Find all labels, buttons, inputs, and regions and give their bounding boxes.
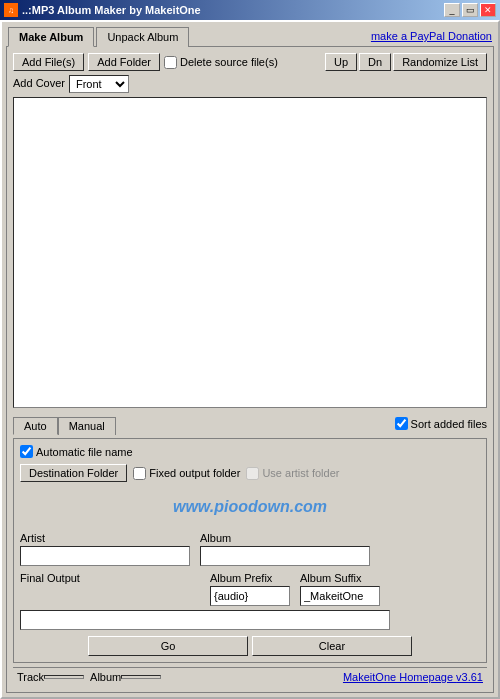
use-artist-label: Use artist folder [246,467,339,480]
final-output-row [20,610,480,630]
go-button[interactable]: Go [88,636,248,656]
auto-filename-label: Automatic file name [36,446,133,458]
up-dn-area: Up Dn Randomize List [325,53,487,71]
final-output-group: Final Output [20,572,200,606]
prefix-label: Album Prefix [210,572,290,584]
album-field-group: Album [200,532,370,566]
dn-button[interactable]: Dn [359,53,391,71]
bottom-tabs-row: Auto Manual Sort added files [13,416,487,434]
add-folder-button[interactable]: Add Folder [88,53,160,71]
title-bar-buttons: _ ▭ ✕ [444,3,496,17]
artist-album-row: Artist Album [20,532,480,566]
album-label: Album [200,532,370,544]
sort-label: Sort added files [411,418,487,430]
title-bar-title: ♫ ..:MP3 Album Maker by MakeitOne [4,3,201,17]
main-window: Make Album Unpack Album make a PayPal Do… [0,20,500,699]
randomize-button[interactable]: Randomize List [393,53,487,71]
delete-source-checkbox[interactable] [164,56,177,69]
track-value [44,675,84,679]
delete-source-label: Delete source file(s) [180,56,278,68]
track-label: Track [17,671,44,683]
panel-area: Automatic file name Destination Folder F… [13,438,487,663]
final-output-input[interactable] [20,610,390,630]
status-right: MakeitOne Homepage v3.61 [161,671,483,683]
watermark: www.pioodown.com [20,488,480,526]
restore-button[interactable]: ▭ [462,3,478,17]
tab-unpack-album[interactable]: Unpack Album [96,27,189,47]
clear-button[interactable]: Clear [252,636,412,656]
fixed-output-label[interactable]: Fixed output folder [133,467,240,480]
suffix-field-group: Album Suffix [300,572,380,606]
status-bar: Track Album MakeitOne Homepage v3.61 [13,667,487,686]
cover-row: Add Cover Front Back Both None [13,75,487,93]
dest-folder-row: Destination Folder Fixed output folder U… [20,464,480,482]
app-title: ..:MP3 Album Maker by MakeitOne [22,4,201,16]
album-status-label: Album [90,671,121,683]
auto-filename-row[interactable]: Automatic file name [20,445,480,458]
file-list[interactable] [13,97,487,408]
dest-folder-button[interactable]: Destination Folder [20,464,127,482]
toolbar-row: Add File(s) Add Folder Delete source fil… [13,53,487,71]
tab-make-album[interactable]: Make Album [8,27,94,47]
tabs-left: Make Album Unpack Album [8,26,189,46]
tab-auto[interactable]: Auto [13,417,58,435]
suffix-label: Album Suffix [300,572,380,584]
prefix-input[interactable] [210,586,290,606]
minimize-button[interactable]: _ [444,3,460,17]
album-input[interactable] [200,546,370,566]
add-files-button[interactable]: Add File(s) [13,53,84,71]
fixed-output-checkbox[interactable] [133,467,146,480]
go-clear-row: Go Clear [20,636,480,656]
tab-manual[interactable]: Manual [58,417,116,435]
fixed-output-text: Fixed output folder [149,467,240,479]
bottom-tabs-left: Auto Manual [13,416,116,434]
content-area: Add File(s) Add Folder Delete source fil… [6,46,494,693]
sort-checkbox-label[interactable]: Sort added files [395,417,487,434]
cover-select[interactable]: Front Back Both None [69,75,129,93]
app-icon: ♫ [4,3,18,17]
sort-checkbox[interactable] [395,417,408,430]
title-bar: ♫ ..:MP3 Album Maker by MakeitOne _ ▭ ✕ [0,0,500,20]
artist-input[interactable] [20,546,190,566]
artist-field-group: Artist [20,532,190,566]
final-output-label: Final Output [20,572,80,584]
homepage-link[interactable]: MakeitOne Homepage v3.61 [343,671,483,683]
suffix-input[interactable] [300,586,380,606]
use-artist-checkbox [246,467,259,480]
prefix-suffix-area: Final Output Album Prefix Album Suffix [20,572,480,606]
tab-bar: Make Album Unpack Album make a PayPal Do… [2,22,498,46]
paypal-link[interactable]: make a PayPal Donation [371,30,492,46]
artist-label: Artist [20,532,190,544]
use-artist-text: Use artist folder [262,467,339,479]
close-button[interactable]: ✕ [480,3,496,17]
prefix-field-group: Album Prefix [210,572,290,606]
album-value [121,675,161,679]
auto-filename-checkbox[interactable] [20,445,33,458]
delete-source-checkbox-label[interactable]: Delete source file(s) [164,56,278,69]
add-cover-label: Add Cover [13,77,65,89]
up-button[interactable]: Up [325,53,357,71]
